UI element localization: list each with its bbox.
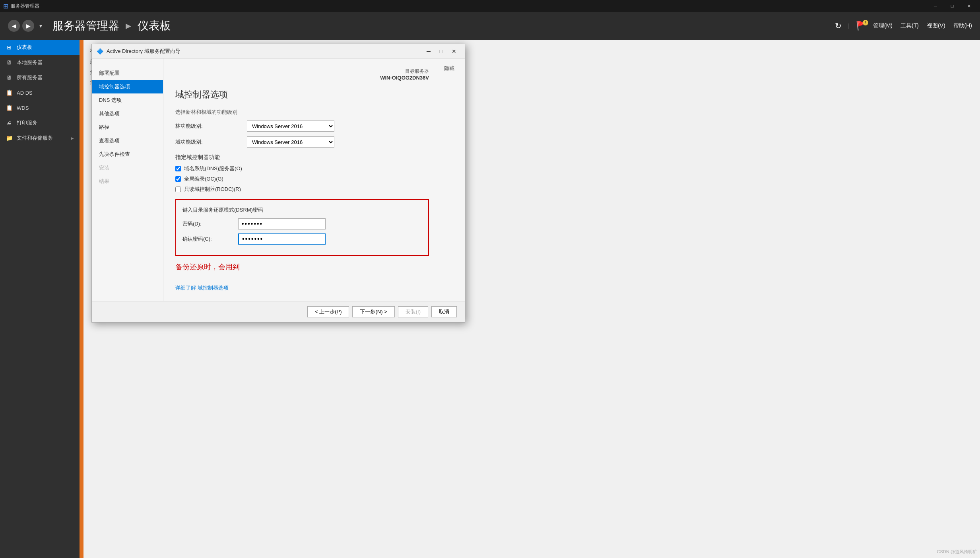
dialog-minimize-button[interactable]: ─ [423, 46, 435, 56]
learn-more-link[interactable]: 详细了解 域控制器选项 [175, 284, 229, 292]
sidebar-label-all: 所有服务器 [17, 74, 43, 81]
dns-checkbox[interactable] [175, 166, 181, 171]
gc-checkbox[interactable] [175, 176, 181, 182]
confirm-label: 确认密码(C): [182, 235, 230, 243]
content-inner: 欢迎使用服务器管理器 新建 角色和服务器组 角色: 🔷 Active Direc… [83, 40, 980, 99]
titlebar-title: 服务器管理器 [11, 3, 39, 10]
orange-strip [80, 40, 83, 558]
password-input[interactable] [238, 218, 326, 229]
forest-level-row: 林功能级别: Windows Server 2016 [175, 121, 429, 132]
chevron-right-icon: ▶ [71, 136, 74, 140]
domain-level-select-wrapper: Windows Server 2016 [247, 136, 334, 148]
nav-item-dc-options[interactable]: 域控制器选项 [92, 80, 163, 93]
nav-item-review[interactable]: 查看选项 [92, 134, 163, 148]
next-button[interactable]: 下一步(N) > [352, 306, 394, 317]
ad-dialog: 🔷 Active Directory 域服务配置向导 ─ □ ✕ 部署配置 域控… [91, 44, 465, 323]
help-menu[interactable]: 帮助(H) [953, 22, 972, 29]
file-storage-icon: 📁 [6, 134, 13, 142]
header-title-group: 服务器管理器 ▶ 仪表板 [52, 18, 171, 33]
forest-level-label: 林功能级别: [175, 122, 239, 130]
nav-item-path[interactable]: 路径 [92, 121, 163, 134]
install-button: 安装(I) [398, 306, 428, 317]
sidebar-label-dashboard: 仪表板 [17, 44, 32, 51]
sidebar: ⊞ 仪表板 🖥 本地服务器 🖥 所有服务器 📋 AD DS 📋 WDS 🖨 打印… [0, 40, 80, 558]
dialog-title-icon: 🔷 [97, 48, 103, 54]
nav-item-prereq[interactable]: 先决条件检查 [92, 148, 163, 161]
checkbox-rodc: 只读域控制器(RODC)(R) [175, 186, 429, 193]
checkbox-dns: 域名系统(DNS)服务器(O) [175, 165, 429, 172]
header: ◀ ▶ ▾ 服务器管理器 ▶ 仪表板 ↻ | 🚩 ! 管理(M) 工具(T) 视… [0, 12, 980, 40]
prev-button[interactable]: < 上一步(P) [307, 306, 349, 317]
dialog-maximize-button[interactable]: □ [435, 46, 447, 56]
server-info: 目标服务器 WIN-OIQGG2DN36V [175, 68, 429, 81]
dashboard-icon: ⊞ [6, 44, 13, 51]
password-label: 密码(D): [182, 220, 230, 227]
watermark: CSDN @道风骑明矿 [937, 549, 977, 555]
dialog-close-button[interactable]: ✕ [448, 46, 460, 56]
password-row: 密码(D): [182, 218, 422, 229]
server-name: WIN-OIQGG2DN36V [175, 75, 429, 81]
ad-ds-icon: 📋 [6, 89, 13, 96]
view-menu[interactable]: 视图(V) [927, 22, 945, 29]
sidebar-item-dashboard[interactable]: ⊞ 仪表板 [0, 40, 80, 55]
manage-menu[interactable]: 管理(M) [873, 22, 893, 29]
password-section: 键入目录服务还原模式(DSRM)密码 密码(D): 确认密码(C): [175, 199, 429, 256]
annotation-text: 备份还原时，会用到 [175, 262, 429, 272]
section-label: 选择新林和根域的功能级别 [175, 109, 429, 116]
rodc-label: 只读域控制器(RODC)(R) [184, 186, 241, 193]
sidebar-item-local-server[interactable]: 🖥 本地服务器 [0, 55, 80, 70]
confirm-input[interactable] [238, 233, 326, 245]
sidebar-item-wds[interactable]: 📋 WDS [0, 100, 80, 115]
back-button[interactable]: ◀ [8, 20, 20, 32]
all-servers-icon: 🖥 [6, 74, 13, 81]
cancel-button[interactable]: 取消 [431, 306, 457, 317]
dialog-titlebar: 🔷 Active Directory 域服务配置向导 ─ □ ✕ [92, 44, 465, 58]
domain-level-select[interactable]: Windows Server 2016 [247, 136, 334, 148]
wds-icon: 📋 [6, 104, 13, 111]
refresh-icon[interactable]: ↻ [835, 21, 842, 31]
nav-item-dns[interactable]: DNS 选项 [92, 93, 163, 107]
header-menu: 管理(M) 工具(T) 视图(V) 帮助(H) [873, 22, 972, 29]
sidebar-item-file-storage[interactable]: 📁 文件和存储服务 ▶ [0, 130, 80, 146]
forward-button[interactable]: ▶ [22, 20, 34, 32]
nav-item-other[interactable]: 其他选项 [92, 107, 163, 121]
close-button[interactable]: ✕ [961, 0, 977, 12]
minimize-button[interactable]: ─ [928, 0, 943, 12]
print-icon: 🖨 [6, 119, 13, 126]
sidebar-item-all-servers[interactable]: 🖥 所有服务器 [0, 70, 80, 85]
header-actions: ↻ | 🚩 ! 管理(M) 工具(T) 视图(V) 帮助(H) [835, 21, 972, 31]
gc-label: 全局编录(GC)(G) [184, 175, 223, 183]
page-title: 域控制器选项 [175, 89, 429, 101]
content-area: 欢迎使用服务器管理器 新建 角色和服务器组 角色: 🔷 Active Direc… [80, 40, 980, 558]
sidebar-item-print[interactable]: 🖨 打印服务 [0, 115, 80, 130]
sidebar-item-ad-ds[interactable]: 📋 AD DS [0, 85, 80, 100]
forest-level-select-wrapper: Windows Server 2016 [247, 121, 334, 132]
tools-menu[interactable]: 工具(T) [900, 22, 919, 29]
checkbox-gc: 全局编录(GC)(G) [175, 175, 429, 183]
maximize-button[interactable]: □ [944, 0, 960, 12]
sidebar-label-file: 文件和存储服务 [17, 134, 53, 142]
header-subtitle: 仪表板 [138, 18, 171, 33]
nav-buttons: ◀ ▶ ▾ [8, 20, 45, 32]
hide-button[interactable]: 隐藏 [444, 65, 454, 72]
forest-level-select[interactable]: Windows Server 2016 [247, 121, 334, 132]
warning-badge: ! [863, 20, 868, 25]
rodc-checkbox[interactable] [175, 187, 181, 192]
titlebar-controls: ─ □ ✕ [928, 0, 977, 12]
dialog-content: 目标服务器 WIN-OIQGG2DN36V 域控制器选项 选择新林和根域的功能级… [163, 58, 441, 301]
password-section-title: 键入目录服务还原模式(DSRM)密码 [182, 206, 422, 214]
dialog-title-buttons: ─ □ ✕ [423, 46, 460, 56]
sidebar-label-wds: WDS [17, 105, 29, 111]
main-layout: ⊞ 仪表板 🖥 本地服务器 🖥 所有服务器 📋 AD DS 📋 WDS 🖨 打印… [0, 40, 980, 558]
nav-item-install: 安装 [92, 161, 163, 175]
warning-indicator: 🚩 ! [856, 21, 867, 31]
server-label: 目标服务器 [175, 68, 429, 75]
header-title: 服务器管理器 [52, 18, 119, 33]
nav-dropdown[interactable]: ▾ [37, 20, 45, 32]
nav-item-deploy[interactable]: 部署配置 [92, 66, 163, 80]
dialog-footer: < 上一步(P) 下一步(N) > 安装(I) 取消 [92, 301, 465, 322]
dialog-title-text: Active Directory 域服务配置向导 [107, 48, 423, 55]
dialog-nav: 部署配置 域控制器选项 DNS 选项 其他选项 路径 查看选项 先决条件检查 安… [92, 58, 163, 301]
header-arrow: ▶ [126, 21, 131, 30]
nav-item-result: 结果 [92, 175, 163, 188]
